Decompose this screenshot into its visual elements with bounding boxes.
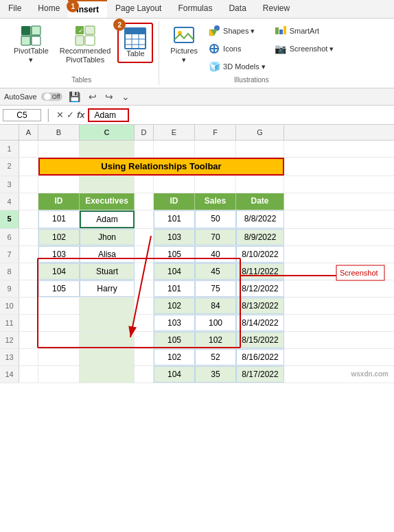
cell-b4-header[interactable]: ID — [38, 193, 80, 210]
cell-d4[interactable] — [135, 193, 154, 210]
screenshot-button[interactable]: 📷 Screenshot ▾ — [271, 40, 337, 57]
cell-f7[interactable]: 40 — [195, 246, 236, 263]
cell-c9[interactable]: Harry — [80, 280, 135, 297]
cell-f14[interactable]: 35 — [195, 366, 236, 383]
cancel-icon[interactable]: ✕ — [56, 110, 64, 120]
cell-d12[interactable] — [135, 332, 154, 348]
cell-g14[interactable]: 8/17/2022 — [236, 366, 284, 383]
cell-e8[interactable]: 104 — [154, 263, 195, 280]
cell-c10[interactable] — [80, 298, 135, 314]
cell-g7[interactable]: 8/10/2022 — [236, 246, 284, 263]
cell-d1[interactable] — [135, 141, 154, 157]
cell-d3[interactable] — [135, 176, 154, 193]
cell-f9[interactable]: 75 — [195, 280, 236, 297]
cell-d11[interactable] — [135, 315, 154, 331]
smartart-button[interactable]: SmartArt — [271, 23, 337, 39]
cell-d7[interactable] — [135, 246, 154, 263]
cell-d13[interactable] — [135, 349, 154, 365]
pivottable-button[interactable]: PivotTable▾ — [10, 23, 53, 66]
cell-g1[interactable] — [236, 141, 284, 157]
cell-b14[interactable] — [38, 366, 80, 383]
cell-f5[interactable]: 50 — [195, 210, 236, 228]
cell-a9[interactable] — [19, 280, 38, 297]
cell-c3[interactable] — [80, 176, 135, 193]
cell-reference-box[interactable]: C5 — [3, 109, 41, 121]
cell-a6[interactable] — [19, 229, 38, 245]
cell-title[interactable]: Using Relationships Toolbar — [38, 158, 284, 176]
cell-g10[interactable]: 8/13/2022 — [236, 298, 284, 314]
cell-c5[interactable]: Adam — [80, 210, 135, 228]
cell-b5[interactable]: 101 — [38, 210, 80, 228]
cell-e4-header[interactable]: ID — [154, 193, 195, 210]
cell-b11[interactable] — [38, 315, 80, 331]
cell-e7[interactable]: 105 — [154, 246, 195, 263]
cell-d14[interactable] — [135, 366, 154, 383]
cell-a8[interactable] — [19, 263, 38, 280]
autosave-toggle[interactable]: Off — [41, 93, 62, 101]
cell-b1[interactable] — [38, 141, 80, 157]
cell-a10[interactable] — [19, 298, 38, 314]
cell-b13[interactable] — [38, 349, 80, 365]
cell-e3[interactable] — [154, 176, 195, 193]
tab-home[interactable]: Home — [30, 0, 68, 18]
cell-e13[interactable]: 102 — [154, 349, 195, 365]
cell-a7[interactable] — [19, 246, 38, 263]
cell-e10[interactable]: 102 — [154, 298, 195, 314]
tab-formulas[interactable]: Formulas — [170, 0, 220, 18]
cell-g4-header[interactable]: Date — [236, 193, 284, 210]
tab-review[interactable]: Review — [255, 0, 298, 18]
3dmodels-button[interactable]: 🧊 3D Models ▾ — [205, 58, 268, 75]
cell-d5[interactable] — [135, 210, 154, 228]
cell-d10[interactable] — [135, 298, 154, 314]
cell-c14[interactable] — [80, 366, 135, 383]
confirm-icon[interactable]: ✓ — [67, 110, 74, 120]
cell-e1[interactable] — [154, 141, 195, 157]
function-icon[interactable]: fx — [77, 110, 85, 120]
cell-f8[interactable]: 45 — [195, 263, 236, 280]
cell-e9[interactable]: 101 — [154, 280, 195, 297]
tab-file[interactable]: File — [0, 0, 30, 18]
cell-a12[interactable] — [19, 332, 38, 348]
customize-button[interactable]: ⌄ — [119, 90, 132, 103]
cell-e6[interactable]: 103 — [154, 229, 195, 245]
cell-g5[interactable]: 8/8/2022 — [236, 210, 284, 228]
cell-a2[interactable] — [19, 158, 38, 176]
cell-a3[interactable] — [19, 176, 38, 193]
cell-g11[interactable]: 8/14/2022 — [236, 315, 284, 331]
pictures-button[interactable]: Pictures▾ — [166, 23, 202, 66]
cell-c6[interactable]: Jhon — [80, 229, 135, 245]
cell-b6[interactable]: 102 — [38, 229, 80, 245]
cell-a13[interactable] — [19, 349, 38, 365]
save-button[interactable]: 💾 — [67, 90, 82, 103]
cell-g8[interactable]: 8/11/2022 — [236, 263, 284, 280]
cell-e5[interactable]: 101 — [154, 210, 195, 228]
cell-b3[interactable] — [38, 176, 80, 193]
cell-b12[interactable] — [38, 332, 80, 348]
cell-e11[interactable]: 103 — [154, 315, 195, 331]
cell-b7[interactable]: 103 — [38, 246, 80, 263]
cell-d6[interactable] — [135, 229, 154, 245]
cell-a5[interactable] — [19, 210, 38, 228]
cell-f3[interactable] — [195, 176, 236, 193]
cell-a4[interactable] — [19, 193, 38, 210]
cell-f1[interactable] — [195, 141, 236, 157]
table-button[interactable]: 2 Table — [117, 23, 153, 63]
cell-c13[interactable] — [80, 349, 135, 365]
cell-f12[interactable]: 102 — [195, 332, 236, 348]
cell-e12[interactable]: 105 — [154, 332, 195, 348]
cell-c11[interactable] — [80, 315, 135, 331]
cell-e14[interactable]: 104 — [154, 366, 195, 383]
cell-g13[interactable]: 8/16/2022 — [236, 349, 284, 365]
cell-a1[interactable] — [19, 141, 38, 157]
cell-c1[interactable] — [80, 141, 135, 157]
cell-f11[interactable]: 100 — [195, 315, 236, 331]
cell-g12[interactable]: 8/15/2022 — [236, 332, 284, 348]
tab-page-layout[interactable]: Page Layout — [107, 0, 170, 18]
undo-button[interactable]: ↩ — [86, 90, 99, 103]
cell-b9[interactable]: 105 — [38, 280, 80, 297]
cell-b8[interactable]: 104 — [38, 263, 80, 280]
cell-d9[interactable] — [135, 280, 154, 297]
cell-c8[interactable]: Stuart — [80, 263, 135, 280]
icons-button[interactable]: Icons — [205, 40, 268, 57]
cell-f13[interactable]: 52 — [195, 349, 236, 365]
